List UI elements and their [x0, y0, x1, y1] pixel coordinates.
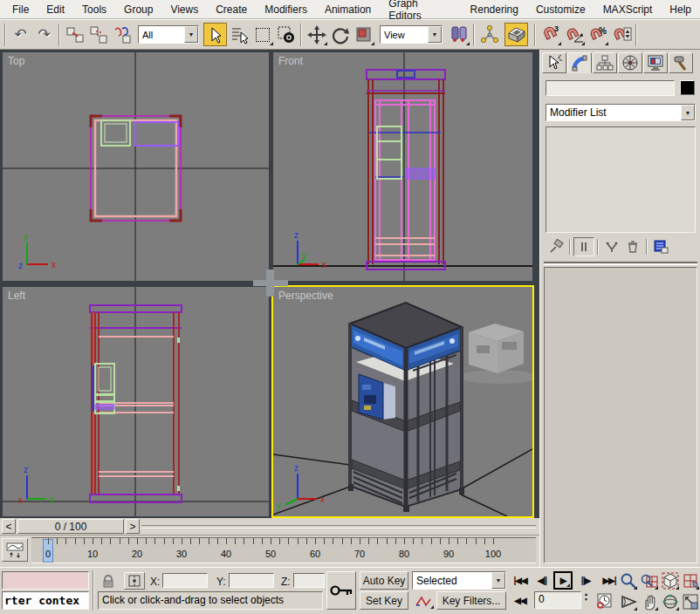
use-pivot-point-center-button[interactable] [447, 23, 470, 46]
viewport-top[interactable]: Top y x z [3, 52, 269, 281]
menu-item-rendering[interactable]: Rendering [462, 2, 527, 17]
bind-to-space-warp-button[interactable] [110, 23, 134, 46]
select-and-manipulate-button[interactable] [477, 23, 501, 46]
rollout-area[interactable] [544, 267, 697, 563]
zoom-extents-button[interactable] [660, 570, 680, 590]
menu-item-maxscript[interactable]: MAXScript [594, 2, 662, 17]
arc-rotate-button[interactable] [660, 591, 680, 611]
phone-booth-wireframe-front[interactable] [367, 70, 445, 269]
key-mode-toggle-button[interactable]: ◀◀ [510, 591, 531, 610]
remove-modifier-button[interactable] [622, 237, 643, 256]
next-frame-button[interactable]: ||▶ [576, 571, 595, 590]
undo-button[interactable]: ↶ [9, 23, 32, 46]
tab-modify[interactable] [567, 52, 592, 73]
default-in-out-tangents-button[interactable] [412, 591, 435, 610]
menu-item-create[interactable]: Create [207, 2, 256, 17]
viewport-perspective-label[interactable]: Perspective [278, 290, 333, 302]
min-max-toggle-button[interactable] [681, 591, 700, 611]
time-slider-thumb-button[interactable]: 0 / 100 [17, 519, 124, 534]
tab-hierarchy[interactable] [593, 52, 617, 73]
viewport-left[interactable]: Left [3, 287, 269, 516]
auto-key-button[interactable]: Auto Key [360, 571, 408, 590]
menu-item-tools[interactable]: Tools [73, 2, 115, 17]
go-to-start-button[interactable]: |◀◀ [510, 571, 531, 590]
pan-view-button[interactable] [639, 591, 659, 611]
viewport-splitter-vertical[interactable] [266, 269, 274, 297]
menu-item-animation[interactable]: Animation [316, 2, 380, 17]
absolute-offset-mode-toggle[interactable] [124, 572, 145, 590]
tab-display[interactable] [643, 52, 668, 73]
viewport-top-label[interactable]: Top [8, 55, 24, 67]
show-end-result-button[interactable] [573, 237, 594, 256]
reference-coord-system-dropdown[interactable]: View ▼ [380, 25, 443, 44]
menu-item-customize[interactable]: Customize [527, 2, 594, 17]
menu-item-views[interactable]: Views [161, 2, 207, 17]
x-coordinate-field[interactable] [162, 573, 208, 588]
viewport-front-label[interactable]: Front [278, 55, 303, 67]
modifier-stack-list[interactable] [546, 126, 696, 233]
maxscript-mini-listener[interactable]: rter contex [2, 591, 89, 610]
keyboard-shortcut-override-toggle[interactable] [504, 23, 528, 46]
track-bar-ruler[interactable]: 0102030405060708090100 [31, 537, 536, 563]
tab-create[interactable] [542, 52, 566, 73]
menu-item-file[interactable]: File [3, 2, 38, 17]
select-by-name-button[interactable] [227, 23, 250, 46]
key-filter-scope-dropdown[interactable]: Selected ▼ [412, 571, 506, 590]
percent-snap-toggle-button[interactable]: % [586, 23, 609, 46]
phone-booth-shaded[interactable] [348, 303, 464, 512]
select-and-link-button[interactable] [63, 23, 86, 46]
select-and-scale-button[interactable] [352, 23, 375, 46]
object-color-swatch[interactable] [680, 80, 695, 95]
tab-utilities[interactable] [669, 52, 693, 73]
set-key-button[interactable]: Set Key [360, 591, 408, 610]
go-to-end-button[interactable]: ▶▶| [599, 571, 620, 590]
time-slider-prev-button[interactable]: < [2, 519, 16, 534]
time-configuration-button[interactable] [594, 591, 615, 610]
select-and-rotate-button[interactable] [328, 23, 352, 46]
field-of-view-button[interactable] [618, 591, 638, 611]
menu-item-edit[interactable]: Edit [38, 2, 73, 17]
set-keys-button[interactable] [326, 571, 356, 610]
menu-item-group[interactable]: Group [115, 2, 161, 17]
spinner-snap-toggle-button[interactable] [609, 23, 633, 46]
make-unique-button[interactable] [601, 237, 622, 256]
selection-filter-value: All [139, 30, 184, 40]
tab-motion[interactable] [618, 52, 642, 73]
pin-stack-button[interactable] [546, 237, 566, 256]
configure-modifier-sets-button[interactable] [650, 237, 671, 256]
zoom-button[interactable] [618, 570, 638, 590]
selection-filter-dropdown[interactable]: All ▼ [138, 25, 199, 44]
z-coordinate-field[interactable] [293, 573, 325, 588]
redo-button[interactable]: ↷ [32, 23, 56, 46]
viewport-left-label[interactable]: Left [8, 290, 25, 302]
time-slider-next-button[interactable]: > [126, 519, 140, 534]
menu-item-help[interactable]: Help [661, 2, 700, 17]
open-mini-curve-editor-button[interactable] [2, 538, 28, 562]
window-crossing-toggle-button[interactable] [274, 23, 298, 46]
selection-lock-toggle[interactable] [98, 572, 119, 590]
snaps-toggle-3d-button[interactable]: 3 [539, 23, 562, 46]
zoom-extents-all-button[interactable] [681, 570, 700, 590]
select-and-move-button[interactable] [305, 23, 328, 46]
ghost-box-object[interactable] [460, 324, 532, 384]
select-object-button[interactable] [203, 23, 227, 46]
key-filters-button[interactable]: Key Filters... [436, 591, 506, 610]
macro-recorder-pane[interactable] [2, 571, 89, 590]
ruler-label: 50 [265, 549, 276, 559]
viewport-front[interactable]: Front [273, 52, 532, 281]
play-animation-button[interactable]: ▶ [553, 571, 573, 590]
current-frame-field[interactable]: 0 [534, 591, 581, 609]
y-coordinate-field[interactable] [229, 573, 274, 588]
viewport-perspective[interactable]: Perspective [271, 285, 534, 518]
rectangular-selection-region-button[interactable] [250, 23, 274, 46]
modifier-list-dropdown[interactable]: Modifier List ▼ [546, 104, 696, 121]
frame-spinner[interactable]: ▲ ▼ [581, 591, 591, 609]
time-slider-track[interactable] [141, 525, 536, 529]
zoom-all-button[interactable] [639, 570, 659, 590]
unlink-selection-button[interactable] [86, 23, 110, 46]
angle-snap-toggle-button[interactable] [562, 23, 586, 46]
menu-item-modifiers[interactable]: Modifiers [256, 2, 316, 17]
spinner-down-icon[interactable]: ▼ [581, 597, 591, 602]
object-name-field[interactable] [546, 80, 675, 96]
previous-frame-button[interactable]: ◀|| [532, 571, 552, 590]
